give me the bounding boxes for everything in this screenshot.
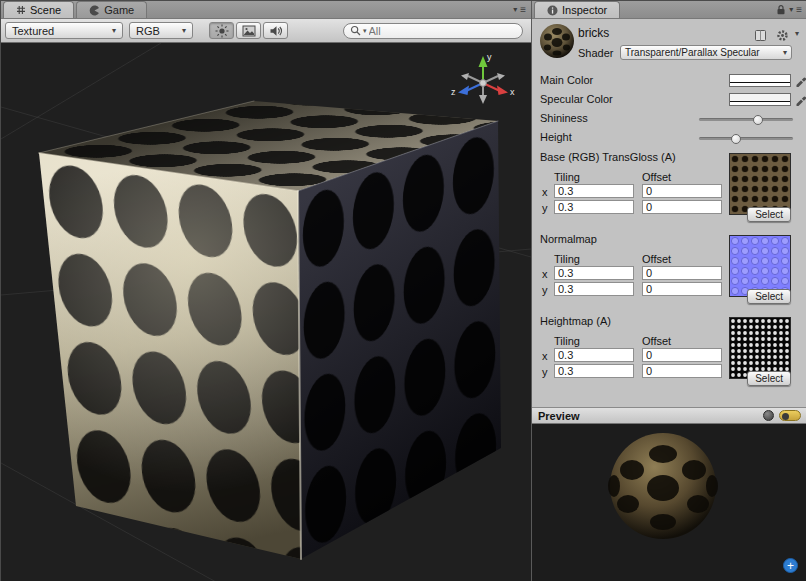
lock-icon — [776, 4, 786, 15]
inspector-panel: Inspector ▾≡ — [532, 1, 806, 581]
height-slider[interactable] — [699, 137, 793, 140]
inspector-tabbar: Inspector ▾≡ — [532, 1, 806, 19]
shader-dropdown[interactable]: Transparent/Parallax Specular ▾ — [620, 45, 792, 60]
caret-down-icon: ▾ — [783, 48, 787, 57]
scene-cube-render — [1, 43, 531, 581]
heightmap-select-button[interactable]: Select — [747, 371, 791, 386]
x-axis-label: x — [542, 350, 551, 362]
tiling-header: Tiling — [554, 253, 580, 265]
eyedropper-icon[interactable] — [795, 74, 806, 87]
shader-label: Shader — [578, 47, 613, 59]
audio-toggle-button[interactable] — [263, 22, 288, 39]
gizmo-x-axis[interactable] — [497, 86, 508, 96]
scene-viewport[interactable]: y x z — [1, 43, 531, 581]
gizmo-z-axis[interactable] — [458, 86, 469, 96]
lighting-toggle-button[interactable] — [209, 22, 234, 39]
offset-header: Offset — [642, 253, 671, 265]
x-axis-label: x — [542, 186, 551, 198]
caret-down-icon[interactable]: ▾ — [795, 29, 799, 38]
base-offset-x-input[interactable] — [642, 184, 722, 198]
height-label: Height — [540, 131, 572, 143]
heightmap-offset-y-input[interactable] — [642, 364, 722, 378]
gear-icon[interactable] — [776, 29, 789, 42]
orientation-gizmo[interactable]: y x z — [447, 51, 519, 111]
specular-color-row: Specular Color — [532, 92, 806, 108]
scene-toolbar: Textured ▾ RGB ▾ — [1, 19, 531, 43]
scene-view-toggles — [209, 22, 288, 39]
tab-inspector[interactable]: Inspector — [534, 1, 620, 18]
caret-down-icon: ▾ — [789, 5, 793, 14]
gizmo-center[interactable] — [480, 80, 487, 87]
preview-sphere-button[interactable] — [763, 410, 774, 421]
hamburger-menu-icon: ≡ — [520, 4, 526, 15]
main-color-swatch[interactable] — [729, 74, 791, 87]
preview-area[interactable]: + — [532, 424, 806, 581]
base-offset-y-input[interactable] — [642, 200, 722, 214]
info-icon — [547, 5, 558, 16]
normalmap-offset-y-input[interactable] — [642, 282, 722, 296]
draw-mode-dropdown[interactable]: Textured ▾ — [5, 22, 123, 39]
material-name: bricks — [578, 26, 609, 40]
inspector-panel-menu-button[interactable]: ▾≡ — [776, 4, 802, 15]
gizmo-y-label: y — [487, 52, 492, 62]
offset-header: Offset — [642, 171, 671, 183]
normalmap-section: Normalmap Tiling Offset x y — [532, 233, 806, 313]
eyedropper-icon[interactable] — [795, 93, 806, 106]
normalmap-offset-x-input[interactable] — [642, 266, 722, 280]
base-tiling-x-input[interactable] — [554, 184, 634, 198]
sun-icon — [215, 24, 229, 38]
specular-color-swatch[interactable] — [729, 93, 791, 106]
shininess-slider[interactable] — [699, 118, 793, 121]
heightmap-offset-x-input[interactable] — [642, 348, 722, 362]
shader-value: Transparent/Parallax Specular — [625, 47, 760, 58]
heightmap-title: Heightmap (A) — [540, 315, 611, 327]
scene-panel-menu-button[interactable]: ▾≡ — [513, 4, 526, 15]
heightmap-tiling-y-input[interactable] — [554, 364, 634, 378]
gizmo-z-label: z — [451, 87, 456, 97]
gizmo-x-label: x — [510, 87, 515, 97]
base-tiling-y-input[interactable] — [554, 200, 634, 214]
normalmap-tiling-x-input[interactable] — [554, 266, 634, 280]
preview-title: Preview — [538, 410, 580, 422]
search-icon — [350, 25, 361, 36]
scene-grid-icon — [16, 5, 26, 15]
heightmap-thumbnail[interactable] — [729, 317, 791, 379]
game-pacman-icon — [89, 5, 100, 16]
heightmap-section: Heightmap (A) Tiling Offset x y — [532, 315, 806, 395]
scene-tabbar: Scene Game ▾≡ — [1, 1, 531, 19]
x-axis-label: x — [542, 268, 551, 280]
normalmap-title: Normalmap — [540, 233, 597, 245]
color-mode-dropdown[interactable]: RGB ▾ — [129, 22, 193, 39]
height-row: Height — [532, 130, 806, 146]
material-sphere-icon — [538, 22, 576, 60]
tiling-header: Tiling — [554, 335, 580, 347]
height-slider-knob[interactable] — [731, 134, 741, 144]
heightmap-tiling-x-input[interactable] — [554, 348, 634, 362]
color-mode-value: RGB — [136, 25, 160, 37]
tab-game[interactable]: Game — [76, 1, 147, 18]
tab-game-label: Game — [104, 4, 134, 16]
hamburger-menu-icon: ≡ — [796, 4, 802, 15]
normalmap-select-button[interactable]: Select — [747, 289, 791, 304]
base-select-button[interactable]: Select — [747, 207, 791, 222]
scene-search-input[interactable] — [369, 25, 499, 37]
skybox-toggle-button[interactable] — [236, 22, 261, 39]
base-texture-section: Base (RGB) TransGloss (A) Tiling Offset … — [532, 151, 806, 231]
preview-light-toggle[interactable] — [779, 410, 801, 421]
draw-mode-value: Textured — [12, 25, 54, 37]
normalmap-tiling-y-input[interactable] — [554, 282, 634, 296]
speaker-icon — [269, 25, 283, 37]
scene-search-field[interactable]: ▾ — [343, 23, 523, 39]
normalmap-thumbnail[interactable] — [729, 235, 791, 297]
help-book-icon[interactable] — [754, 29, 767, 42]
shininess-slider-knob[interactable] — [753, 115, 763, 125]
offset-header: Offset — [642, 335, 671, 347]
main-color-row: Main Color — [532, 73, 806, 89]
preview-header[interactable]: Preview — [532, 407, 806, 424]
preview-plus-button[interactable]: + — [783, 558, 798, 573]
y-axis-label: y — [542, 366, 551, 378]
tab-scene[interactable]: Scene — [3, 1, 74, 18]
scene-panel: Scene Game ▾≡ Textured ▾ RGB ▾ — [1, 1, 532, 581]
base-texture-thumbnail[interactable] — [729, 153, 791, 215]
tiling-header: Tiling — [554, 171, 580, 183]
